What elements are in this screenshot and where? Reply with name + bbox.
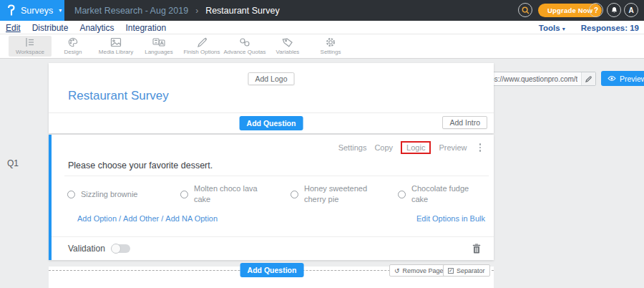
add-other-link[interactable]: Add Other — [123, 214, 159, 223]
notifications-button[interactable] — [607, 3, 621, 17]
option-label-line2: cherry pie — [304, 194, 367, 205]
add-question-button[interactable]: Add Question — [240, 116, 303, 130]
search-button[interactable] — [518, 3, 532, 17]
add-question-button-bottom[interactable]: Add Question — [240, 263, 304, 277]
validation-toggle[interactable] — [112, 244, 130, 253]
radio-button[interactable] — [291, 191, 298, 198]
edit-options-in-bulk-link[interactable]: Edit Options in Bulk — [416, 214, 485, 223]
answer-option: Sizzling brownie — [67, 182, 180, 206]
questionpro-app: Surveys ▾ Market Research - Aug 2019 › R… — [0, 0, 644, 288]
question-more-menu[interactable] — [478, 142, 483, 153]
question-number-label: Q1 — [7, 158, 19, 168]
gear-icon — [325, 37, 336, 47]
question-preview-link[interactable]: Preview — [439, 143, 467, 152]
breadcrumb-parent[interactable]: Market Research - Aug 2019 — [74, 6, 188, 16]
help-button[interactable]: ? — [589, 3, 603, 17]
answer-option: Molten choco lava cake — [180, 182, 291, 206]
add-intro-button[interactable]: Add Intro — [442, 116, 487, 129]
preview-button-label: Preview — [620, 75, 644, 83]
answer-options: Sizzling brownie Molten choco lava cake … — [67, 182, 488, 206]
tag-icon — [282, 37, 293, 47]
radio-button[interactable] — [180, 191, 188, 198]
section-tabs: Edit Distribute Analytics Integration — [6, 21, 166, 34]
quota-links-icon — [239, 37, 250, 47]
survey-title[interactable]: Restaurant Survey — [68, 89, 169, 103]
option-label: Honey sweetened — [304, 183, 367, 194]
surveys-menu[interactable]: Surveys ▾ — [0, 0, 64, 21]
pen-icon — [196, 37, 208, 47]
breadcrumb-separator: › — [195, 6, 198, 16]
workspace-icon — [24, 37, 36, 47]
bell-icon — [610, 6, 618, 14]
toolbar-item-settings[interactable]: Settings — [309, 36, 352, 57]
questionpro-logo-icon — [6, 4, 16, 16]
search-icon — [522, 6, 530, 14]
survey-url-box — [478, 72, 596, 86]
toolbar-item-variables[interactable]: Variables — [266, 36, 309, 57]
toolbar-item-finish-options[interactable]: Finish Options — [180, 36, 223, 57]
section-tabs-bar: Edit Distribute Analytics Integration To… — [0, 21, 644, 34]
tab-distribute[interactable]: Distribute — [32, 23, 69, 33]
survey-header-card: Add Logo Restaurant Survey Add Question … — [49, 63, 494, 133]
tab-analytics[interactable]: Analytics — [79, 23, 114, 33]
toolbar-item-languages[interactable]: Languages — [137, 36, 180, 57]
chevron-down-icon: ▾ — [562, 26, 565, 32]
answer-option: Honey sweetened cherry pie — [291, 182, 398, 206]
toggle-knob — [111, 244, 121, 254]
breadcrumb: Market Research - Aug 2019 › Restaurant … — [74, 0, 280, 21]
link-separator: / — [161, 214, 163, 223]
breadcrumb-current: Restaurant Survey — [205, 6, 280, 16]
preview-button[interactable]: Preview — [601, 71, 644, 86]
add-logo-button[interactable]: Add Logo — [248, 72, 295, 85]
option-management-links: Add Option/Add Other/Add NA Option — [77, 214, 218, 223]
palette-icon — [67, 37, 79, 47]
chevron-down-icon: ▾ — [59, 7, 62, 14]
toolbar-item-workspace[interactable]: Workspace — [9, 36, 52, 57]
validation-label: Validation — [68, 244, 105, 254]
toolbar-items: Workspace Design Media Library — [9, 36, 352, 57]
answer-option: Chocolate fudge cake — [398, 182, 469, 206]
edit-toolbar: Workspace Design Media Library — [0, 34, 644, 59]
radio-button[interactable] — [398, 191, 406, 198]
tabs-bar-right: Tools ▾ Responses: 19 — [539, 21, 639, 34]
separator-toggle-button[interactable]: ✓ Separator — [443, 264, 490, 277]
pencil-icon — [585, 76, 592, 82]
surveys-menu-label: Surveys — [21, 6, 53, 16]
account-avatar[interactable]: A — [624, 3, 638, 17]
add-question-strip: Add Question Add Intro — [49, 112, 494, 133]
question-card: Settings Copy Logic Preview Please choos… — [49, 135, 494, 260]
option-label: Sizzling brownie — [81, 189, 137, 200]
eye-icon — [608, 75, 616, 82]
toolbar-item-advance-quotas[interactable]: Advance Quotas — [223, 36, 266, 57]
radio-button[interactable] — [67, 191, 75, 198]
question-settings-link[interactable]: Settings — [338, 143, 367, 152]
avatar-initial: A — [628, 6, 633, 14]
option-label: Chocolate fudge — [411, 183, 469, 194]
separator-label: Separator — [457, 267, 485, 274]
question-copy-link[interactable]: Copy — [374, 143, 393, 152]
checked-checkbox-icon: ✓ — [448, 268, 454, 274]
toolbar-item-design[interactable]: Design — [52, 36, 94, 57]
question-mark-icon: ? — [594, 6, 598, 14]
add-option-link[interactable]: Add Option — [77, 214, 117, 223]
tab-integration[interactable]: Integration — [125, 23, 166, 33]
tab-edit[interactable]: Edit — [6, 23, 21, 33]
tools-dropdown[interactable]: Tools ▾ — [539, 24, 565, 32]
question-text[interactable]: Please choose your favorite dessert. — [68, 160, 213, 171]
option-label: Molten choco lava — [194, 183, 258, 194]
toolbar-item-media-library[interactable]: Media Library — [94, 36, 137, 57]
add-na-option-link[interactable]: Add NA Option — [165, 214, 218, 223]
top-navigation-bar: Surveys ▾ Market Research - Aug 2019 › R… — [0, 0, 644, 21]
responses-count[interactable]: Responses: 19 — [581, 24, 639, 32]
delete-question-button[interactable] — [472, 244, 481, 256]
undo-icon: ↺ — [394, 267, 400, 274]
image-icon — [110, 37, 122, 47]
question-divider — [64, 176, 489, 176]
question-actions: Settings Copy Logic Preview — [338, 141, 482, 154]
question-logic-link-highlighted[interactable]: Logic — [401, 141, 431, 154]
edit-url-button[interactable] — [581, 72, 595, 85]
option-label-line2: cake — [194, 194, 258, 205]
translate-icon — [152, 37, 165, 47]
link-separator: / — [119, 214, 121, 223]
survey-url-input[interactable] — [479, 75, 581, 83]
